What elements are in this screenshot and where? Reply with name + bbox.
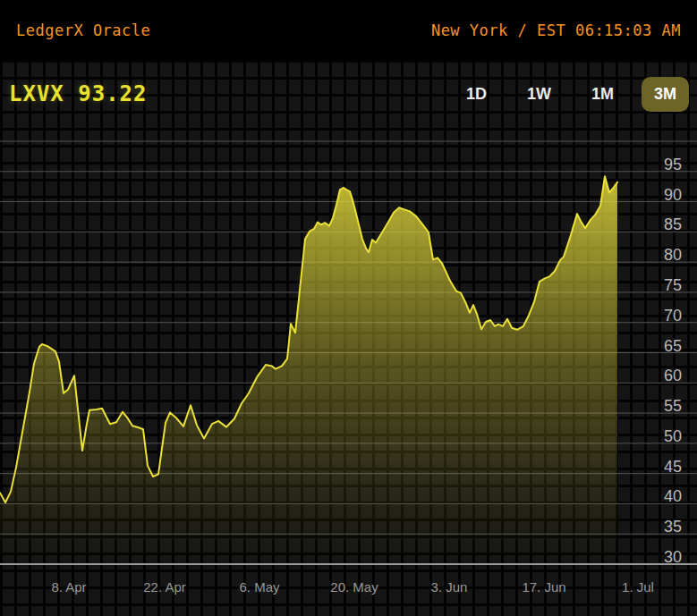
app-root: LedgerX Oracle New York / EST 06:15:03 A…: [0, 0, 697, 616]
y-axis-label: 55: [642, 397, 682, 416]
y-axis-label: 90: [642, 186, 682, 205]
price-area-fill: [0, 176, 617, 570]
x-axis-label: 6. May: [239, 579, 279, 595]
y-axis-label: 70: [642, 307, 682, 325]
y-axis-label: 95: [642, 156, 682, 174]
y-axis-label: 85: [642, 215, 682, 234]
y-axis-label: 30: [642, 548, 682, 567]
range-button-1m[interactable]: 1M: [579, 77, 626, 112]
app-title: LedgerX Oracle: [16, 21, 150, 39]
y-axis-label: 65: [642, 337, 682, 356]
y-axis-label: 80: [642, 246, 682, 265]
x-axis-label: 3. Jun: [431, 579, 468, 595]
chart-panel: 9590858075706560555045403530 8. Apr22. A…: [0, 60, 697, 616]
range-selector: 1D 1W 1M 3M: [454, 77, 689, 112]
x-axis-label: 1. Jul: [622, 579, 654, 595]
x-axis-label: 20. May: [330, 579, 378, 595]
range-button-3m[interactable]: 3M: [642, 77, 689, 112]
y-axis-label: 35: [642, 518, 682, 536]
y-axis-label: 45: [642, 458, 682, 477]
y-axis-label: 50: [642, 427, 682, 446]
symbol-price: LXVX 93.22: [9, 81, 148, 106]
y-axis-label: 40: [642, 487, 682, 506]
x-axis-label: 8. Apr: [51, 579, 86, 595]
clock-text: New York / EST 06:15:03 AM: [431, 21, 681, 39]
y-axis-label: 60: [642, 367, 682, 385]
price-chart-canvas[interactable]: [0, 60, 697, 616]
x-axis-label: 22. Apr: [143, 579, 186, 595]
y-axis-label: 75: [642, 276, 682, 295]
header: LedgerX Oracle New York / EST 06:15:03 A…: [0, 0, 697, 60]
range-button-1d[interactable]: 1D: [454, 77, 499, 112]
range-button-1w[interactable]: 1W: [514, 77, 564, 112]
x-axis-label: 17. Jun: [522, 579, 565, 595]
